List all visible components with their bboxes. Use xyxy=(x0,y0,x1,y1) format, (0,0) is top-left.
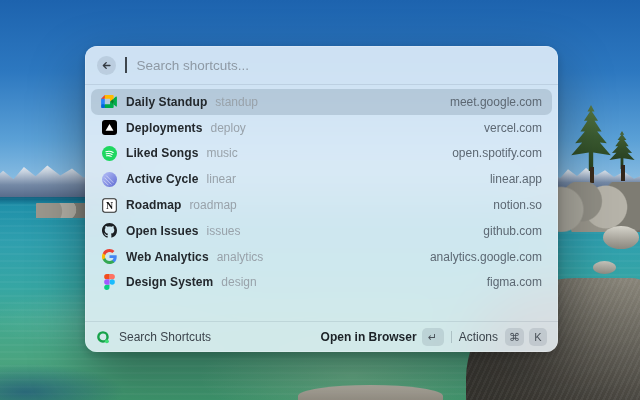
shortcut-alias: issues xyxy=(206,224,240,238)
shortcut-url: open.spotify.com xyxy=(452,146,542,160)
shortcut-alias: music xyxy=(206,146,237,160)
shortcut-alias: standup xyxy=(215,95,258,109)
window-spacer xyxy=(85,295,558,321)
shortcuts-list: Daily Standup standup meet.google.com De… xyxy=(85,85,558,295)
k-key-badge: K xyxy=(529,328,547,346)
shortcut-row-liked-songs[interactable]: Liked Songs music open.spotify.com xyxy=(91,141,552,167)
search-input[interactable]: Search shortcuts... xyxy=(137,58,250,73)
shortcut-row-design-system[interactable]: Design System design figma.com xyxy=(91,270,552,296)
github-icon xyxy=(101,223,117,239)
shortcut-url: meet.google.com xyxy=(450,95,542,109)
shortcut-url: github.com xyxy=(483,224,542,238)
back-button[interactable] xyxy=(97,56,116,75)
shortcut-alias: design xyxy=(221,275,256,289)
shortcut-title: Open Issues xyxy=(126,224,198,238)
shortcut-alias: linear xyxy=(207,172,236,186)
shortcut-alias: analytics xyxy=(217,250,264,264)
wallpaper-small-stone xyxy=(593,261,616,274)
open-in-browser-button[interactable]: Open in Browser ↵ xyxy=(321,328,444,346)
shortcut-alias: roadmap xyxy=(189,198,236,212)
notion-icon: N xyxy=(101,197,117,213)
shortcut-title: Active Cycle xyxy=(126,172,199,186)
shortcut-title: Liked Songs xyxy=(126,146,198,160)
google-g-icon xyxy=(101,249,117,265)
google-meet-icon xyxy=(101,94,117,110)
wallpaper-bottom-rock xyxy=(298,385,443,400)
shortcut-row-web-analytics[interactable]: Web Analytics analytics analytics.google… xyxy=(91,244,552,270)
shortcut-url: analytics.google.com xyxy=(430,250,542,264)
vercel-icon xyxy=(101,120,117,136)
wallpaper-boulders xyxy=(550,182,640,232)
shortcut-title: Daily Standup xyxy=(126,95,207,109)
shortcut-url: vercel.com xyxy=(484,121,542,135)
footer-app-label: Search Shortcuts xyxy=(119,330,211,344)
cmd-key-badge: ⌘ xyxy=(505,328,524,346)
shortcut-row-daily-standup[interactable]: Daily Standup standup meet.google.com xyxy=(91,89,552,115)
shortcut-title: Roadmap xyxy=(126,198,181,212)
shortcut-title: Web Analytics xyxy=(126,250,209,264)
footer-actions-group: Open in Browser ↵ Actions ⌘ K xyxy=(321,328,547,346)
shortcut-row-deployments[interactable]: Deployments deploy vercel.com xyxy=(91,115,552,141)
shortcut-url: linear.app xyxy=(490,172,542,186)
shortcut-alias: deploy xyxy=(210,121,245,135)
pine-tree-small xyxy=(608,131,636,181)
footer-bar: Search Shortcuts Open in Browser ↵ Actio… xyxy=(85,322,558,352)
shortcut-title: Deployments xyxy=(126,121,202,135)
footer-app: Search Shortcuts xyxy=(96,330,211,345)
svg-text:N: N xyxy=(105,199,112,210)
spotify-icon xyxy=(101,145,117,161)
shortcut-row-open-issues[interactable]: Open Issues issues github.com xyxy=(91,218,552,244)
shortcut-url: notion.so xyxy=(493,198,542,212)
desktop: Search shortcuts... Daily Standup standu… xyxy=(0,0,640,400)
search-bar[interactable]: Search shortcuts... xyxy=(85,46,558,84)
open-in-browser-label: Open in Browser xyxy=(321,330,417,344)
shortcuts-launcher-window: Search shortcuts... Daily Standup standu… xyxy=(85,46,558,352)
actions-label: Actions xyxy=(459,330,498,344)
shortcut-title: Design System xyxy=(126,275,213,289)
shortcut-row-roadmap[interactable]: N Roadmap roadmap notion.so xyxy=(91,192,552,218)
return-key-badge: ↵ xyxy=(422,328,444,346)
footer-separator xyxy=(451,331,452,343)
search-shortcuts-logo-icon xyxy=(96,330,111,345)
shortcut-url: figma.com xyxy=(487,275,542,289)
shortcut-row-active-cycle[interactable]: Active Cycle linear linear.app xyxy=(91,166,552,192)
figma-icon xyxy=(101,274,117,290)
actions-button[interactable]: Actions ⌘ K xyxy=(459,328,547,346)
text-caret xyxy=(125,57,127,73)
wallpaper-white-boulder xyxy=(603,226,639,249)
linear-icon xyxy=(101,171,117,187)
arrow-left-icon xyxy=(101,60,112,71)
pine-tree-large xyxy=(569,105,613,183)
